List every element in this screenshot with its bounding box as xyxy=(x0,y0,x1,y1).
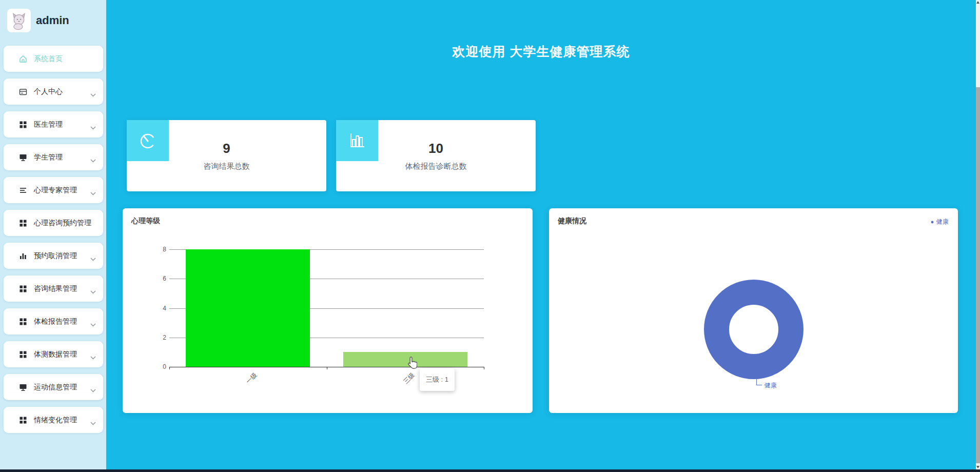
mouse-cursor xyxy=(406,356,417,371)
legend-dot-icon xyxy=(931,221,934,224)
stat-value: 10 xyxy=(336,141,536,156)
y-axis-tick: 6 xyxy=(152,275,166,282)
x-axis-label: 三级 xyxy=(402,371,417,386)
cat-avatar-icon xyxy=(9,11,29,30)
y-axis-tick: 2 xyxy=(152,334,166,341)
sidebar-item-5[interactable]: 心理咨询预约管理 xyxy=(4,210,103,236)
x-axis-tick-mark xyxy=(484,367,484,369)
grid-icon xyxy=(18,317,28,326)
bar-三级[interactable] xyxy=(343,352,467,367)
chevron-down-icon xyxy=(90,352,96,356)
chevron-down-icon xyxy=(90,90,96,93)
bar-一级[interactable] xyxy=(186,249,310,367)
x-axis-tick-mark xyxy=(327,367,327,369)
card-icon xyxy=(18,87,28,96)
monitor-icon xyxy=(18,383,28,392)
avatar xyxy=(7,9,31,32)
chevron-down-icon xyxy=(90,287,96,290)
list-icon xyxy=(18,186,28,195)
bottom-strip xyxy=(0,469,980,472)
barchart-icon xyxy=(18,251,28,261)
scroll-down-icon[interactable] xyxy=(976,466,979,468)
chart-tooltip: 三级 : 1 xyxy=(420,368,455,391)
y-axis-tick: 0 xyxy=(152,363,166,370)
scrollbar-thumb[interactable] xyxy=(976,87,980,463)
chevron-down-icon xyxy=(90,385,96,389)
vertical-scrollbar[interactable] xyxy=(976,0,980,472)
sidebar-item-partial[interactable] xyxy=(4,393,103,400)
bar-chart-title: 心理等级 xyxy=(131,217,160,226)
sidebar-item-9[interactable]: 体测数据管理 xyxy=(4,341,103,367)
page-title: 欢迎使用 大学生健康管理系统 xyxy=(106,43,976,60)
sidebar-item-2[interactable]: 医生管理 xyxy=(4,111,103,137)
chevron-down-icon xyxy=(90,155,96,159)
chevron-down-icon xyxy=(90,254,96,258)
stat-label: 咨询结果总数 xyxy=(127,162,326,171)
chevron-down-icon xyxy=(90,188,96,192)
donut-chart[interactable] xyxy=(679,255,828,404)
sidebar-item-4[interactable]: 心理专家管理 xyxy=(4,177,103,203)
grid-icon xyxy=(18,120,28,129)
sidebar: admin 系统首页 个人中心 医生管理 学生管理 心理专家管理 心理咨询预约管… xyxy=(0,0,106,472)
sidebar-item-7[interactable]: 咨询结果管理 xyxy=(4,276,103,302)
grid-icon xyxy=(18,350,28,359)
y-axis-tick: 4 xyxy=(152,305,166,312)
callout-line xyxy=(756,385,762,385)
stat-label: 体检报告诊断总数 xyxy=(336,162,536,171)
slice-label: 健康 xyxy=(765,381,777,390)
pie-chart-card: 健康情况 健康 健康 xyxy=(549,208,958,413)
sidebar-item-11[interactable]: 情绪变化管理 xyxy=(4,407,103,433)
legend-label: 健康 xyxy=(936,218,949,226)
sidebar-item-8[interactable]: 体检报告管理 xyxy=(4,308,103,335)
x-axis-tick-mark xyxy=(169,367,170,369)
chevron-down-icon xyxy=(90,418,96,422)
stat-value: 9 xyxy=(127,141,326,156)
user-row: admin xyxy=(0,0,106,36)
stat-card-consult: 9 咨询结果总数 xyxy=(127,120,326,191)
sidebar-item-3[interactable]: 学生管理 xyxy=(4,144,103,170)
grid-icon xyxy=(18,284,28,293)
chevron-down-icon xyxy=(90,123,96,126)
grid-icon xyxy=(18,416,28,425)
sidebar-item-1[interactable]: 个人中心 xyxy=(4,78,103,105)
bar-chart-card: 心理等级 86420一级三级 三级 : 1 xyxy=(123,208,533,413)
username: admin xyxy=(36,14,69,27)
grid-icon xyxy=(18,219,28,228)
sidebar-item-6[interactable]: 预约取消管理 xyxy=(4,243,103,269)
scroll-up-icon[interactable] xyxy=(976,1,979,4)
y-axis-tick: 8 xyxy=(152,246,166,253)
stat-card-report: 10 体检报告诊断总数 xyxy=(336,120,536,191)
pie-chart-title: 健康情况 xyxy=(558,217,586,226)
legend-item-healthy[interactable]: 健康 xyxy=(931,218,949,226)
chevron-down-icon xyxy=(90,320,96,323)
callout-line xyxy=(756,379,757,385)
sidebar-item-0[interactable]: 系统首页 xyxy=(4,46,103,72)
home-icon xyxy=(18,54,28,64)
monitor-icon xyxy=(18,153,28,162)
x-axis-label: 一级 xyxy=(244,371,259,386)
